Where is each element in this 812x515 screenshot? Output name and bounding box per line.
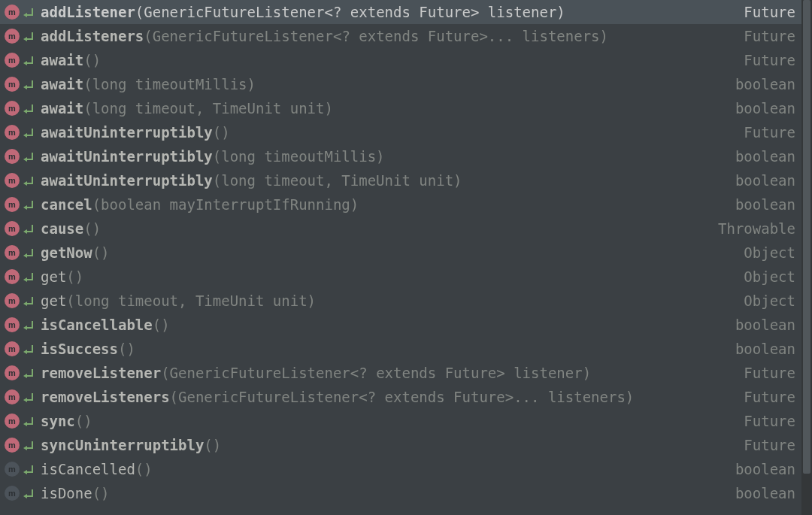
implementing-arrow-icon xyxy=(21,391,35,403)
method-name: await xyxy=(41,76,83,92)
return-type: Future xyxy=(735,4,795,20)
return-type: Throwable xyxy=(709,220,795,237)
method-params: (long timeout, TimeUnit unit) xyxy=(66,292,316,309)
implementing-arrow-icon xyxy=(21,126,35,138)
completion-item[interactable]: maddListener(GenericFutureListener<? ext… xyxy=(0,0,801,24)
method-icon: m xyxy=(5,221,20,236)
method-name: getNow xyxy=(41,244,92,261)
method-name: removeListener xyxy=(41,365,161,381)
method-params: () xyxy=(118,341,135,357)
completion-item[interactable]: msyncUninterruptibly()Future xyxy=(0,433,801,457)
completion-item[interactable]: mawait(long timeoutMillis)boolean xyxy=(0,72,801,96)
return-type: boolean xyxy=(726,485,795,501)
return-type: Future xyxy=(735,52,795,68)
completion-item[interactable]: mawaitUninterruptibly(long timeout, Time… xyxy=(0,168,801,192)
implementing-arrow-icon xyxy=(21,463,35,475)
implementing-arrow-icon xyxy=(21,54,35,66)
method-name: get xyxy=(41,268,66,285)
return-type: Future xyxy=(735,437,795,453)
method-icon: m xyxy=(5,245,20,260)
implementing-arrow-icon xyxy=(21,247,35,259)
return-type: Object xyxy=(735,268,795,285)
implementing-arrow-icon xyxy=(21,367,35,379)
method-params: () xyxy=(92,244,110,261)
return-type: Future xyxy=(735,28,795,44)
completion-popup: maddListener(GenericFutureListener<? ext… xyxy=(0,0,801,515)
method-params: () xyxy=(83,52,101,68)
implementing-arrow-icon xyxy=(21,150,35,162)
method-name: cancel xyxy=(41,196,92,213)
method-icon: m xyxy=(5,77,20,92)
method-params: () xyxy=(153,317,170,333)
return-type: Object xyxy=(735,292,795,309)
completion-item[interactable]: mcancel(boolean mayInterruptIfRunning)bo… xyxy=(0,192,801,217)
method-icon: m xyxy=(5,438,20,453)
completion-item[interactable]: mawait(long timeout, TimeUnit unit)boole… xyxy=(0,96,801,120)
scrollbar-thumb[interactable] xyxy=(803,0,810,474)
implementing-arrow-icon xyxy=(21,439,35,451)
method-params: (long timeout, TimeUnit unit) xyxy=(83,100,333,117)
method-name: isCancellable xyxy=(41,317,153,333)
method-params: () xyxy=(135,461,153,477)
implementing-arrow-icon xyxy=(21,223,35,235)
completion-item[interactable]: mawaitUninterruptibly()Future xyxy=(0,120,801,144)
implementing-arrow-icon xyxy=(21,271,35,283)
scrollbar[interactable] xyxy=(801,0,812,515)
completion-item[interactable]: maddListeners(GenericFutureListener<? ex… xyxy=(0,24,801,48)
completion-item[interactable]: mawait()Future xyxy=(0,48,801,72)
implementing-arrow-icon xyxy=(21,295,35,307)
method-params: (GenericFutureListener<? extends Future>… xyxy=(144,28,608,44)
method-name: isCancelled xyxy=(41,461,135,477)
method-icon: m xyxy=(5,486,20,501)
method-params: (GenericFutureListener<? extends Future>… xyxy=(170,389,635,405)
method-name: cause xyxy=(41,220,83,237)
return-type: Future xyxy=(735,413,795,429)
completion-item[interactable]: mremoveListener(GenericFutureListener<? … xyxy=(0,361,801,385)
return-type: boolean xyxy=(726,341,795,357)
method-params: (long timeout, TimeUnit unit) xyxy=(213,172,462,189)
return-type: Future xyxy=(735,389,795,405)
completion-item[interactable]: msync()Future xyxy=(0,409,801,433)
method-params: (boolean mayInterruptIfRunning) xyxy=(92,196,359,213)
method-icon: m xyxy=(5,341,20,356)
completion-item[interactable]: mget()Object xyxy=(0,265,801,289)
completion-item[interactable]: misSuccess()boolean xyxy=(0,337,801,361)
completion-item[interactable]: mget(long timeout, TimeUnit unit)Object xyxy=(0,289,801,313)
method-params: () xyxy=(213,124,230,141)
completion-item[interactable]: mawaitUninterruptibly(long timeoutMillis… xyxy=(0,144,801,168)
implementing-arrow-icon xyxy=(21,343,35,355)
method-params: () xyxy=(92,485,110,501)
completion-item[interactable]: misDone()boolean xyxy=(0,481,801,505)
return-type: boolean xyxy=(726,76,795,92)
completion-item[interactable]: misCancelled()boolean xyxy=(0,457,801,481)
method-name: sync xyxy=(41,413,75,429)
return-type: boolean xyxy=(726,172,795,189)
method-icon: m xyxy=(5,389,20,404)
method-icon: m xyxy=(5,29,20,44)
method-name: awaitUninterruptibly xyxy=(41,148,213,165)
completion-item[interactable]: misCancellable()boolean xyxy=(0,313,801,337)
return-type: Object xyxy=(735,244,795,261)
method-name: addListeners xyxy=(41,28,144,44)
method-icon: m xyxy=(5,125,20,140)
implementing-arrow-icon xyxy=(21,174,35,186)
method-name: removeListeners xyxy=(41,389,170,405)
return-type: boolean xyxy=(726,317,795,333)
completion-item[interactable]: mgetNow()Object xyxy=(0,241,801,265)
method-name: await xyxy=(41,52,83,68)
completion-item[interactable]: mremoveListeners(GenericFutureListener<?… xyxy=(0,385,801,409)
implementing-arrow-icon xyxy=(21,30,35,42)
return-type: Future xyxy=(735,365,795,381)
method-params: (GenericFutureListener<? extends Future>… xyxy=(161,365,591,381)
method-icon: m xyxy=(5,293,20,308)
method-name: addListener xyxy=(41,4,135,20)
method-name: syncUninterruptibly xyxy=(41,437,204,453)
method-icon: m xyxy=(5,365,20,380)
implementing-arrow-icon xyxy=(21,6,35,18)
completion-item[interactable]: mcause()Throwable xyxy=(0,217,801,241)
method-params: () xyxy=(66,268,83,285)
method-icon: m xyxy=(5,414,20,429)
method-icon: m xyxy=(5,149,20,164)
method-icon: m xyxy=(5,101,20,116)
return-type: Future xyxy=(735,124,795,141)
